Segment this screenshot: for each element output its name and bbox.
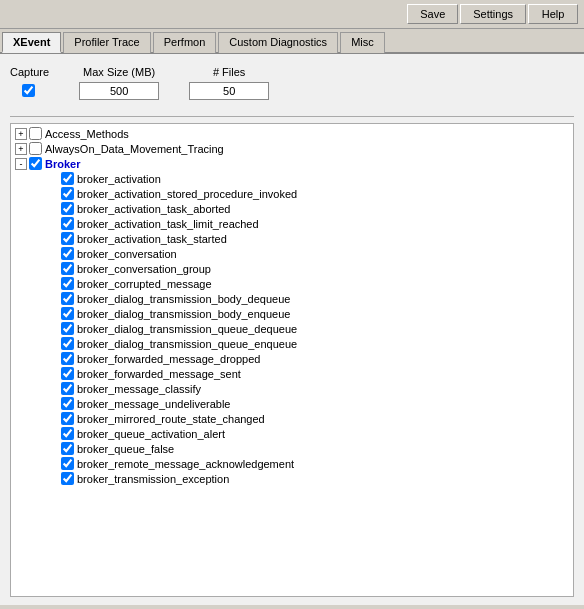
tree-item-broker-conversation-group[interactable]: broker_conversation_group <box>11 261 573 276</box>
tree-item-broker-conversation[interactable]: broker_conversation <box>11 246 573 261</box>
event-tree[interactable]: + Access_Methods + AlwaysOn_Data_Movemen… <box>10 123 574 597</box>
spacer <box>47 218 59 230</box>
spacer <box>47 383 59 395</box>
expand-access-methods[interactable]: + <box>15 128 27 140</box>
checkbox-broker-dialog-body-dequeue[interactable] <box>61 292 74 305</box>
tree-item-broker[interactable]: - Broker <box>11 156 573 171</box>
tree-item-broker-mirrored-route[interactable]: broker_mirrored_route_state_changed <box>11 411 573 426</box>
checkbox-broker[interactable] <box>29 157 42 170</box>
checkbox-broker-forwarded-sent[interactable] <box>61 367 74 380</box>
max-size-input[interactable] <box>79 82 159 100</box>
num-files-input[interactable] <box>189 82 269 100</box>
options-row: Capture Max Size (MB) # Files <box>10 62 574 104</box>
tree-item-broker-dialog-queue-dequeue[interactable]: broker_dialog_transmission_queue_dequeue <box>11 321 573 336</box>
tree-item-access-methods[interactable]: + Access_Methods <box>11 126 573 141</box>
max-size-group: Max Size (MB) <box>79 66 159 100</box>
spacer <box>47 278 59 290</box>
label-broker-activation-task-started: broker_activation_task_started <box>77 233 227 245</box>
checkbox-broker-transmission-exception[interactable] <box>61 472 74 485</box>
tree-item-broker-message-classify[interactable]: broker_message_classify <box>11 381 573 396</box>
tree-item-broker-activation-task-started[interactable]: broker_activation_task_started <box>11 231 573 246</box>
checkbox-broker-conversation-group[interactable] <box>61 262 74 275</box>
label-broker-activation: broker_activation <box>77 173 161 185</box>
label-broker-forwarded-dropped: broker_forwarded_message_dropped <box>77 353 260 365</box>
checkbox-broker-activation-task-started[interactable] <box>61 232 74 245</box>
capture-checkbox[interactable] <box>22 84 35 97</box>
checkbox-broker-corrupted-message[interactable] <box>61 277 74 290</box>
tab-misc[interactable]: Misc <box>340 32 385 53</box>
max-size-label: Max Size (MB) <box>83 66 155 78</box>
checkbox-broker-dialog-queue-dequeue[interactable] <box>61 322 74 335</box>
tree-item-broker-dialog-queue-enqueue[interactable]: broker_dialog_transmission_queue_enqueue <box>11 336 573 351</box>
checkbox-broker-queue-activation[interactable] <box>61 427 74 440</box>
checkbox-broker-mirrored-route[interactable] <box>61 412 74 425</box>
tree-item-alwayson[interactable]: + AlwaysOn_Data_Movement_Tracing <box>11 141 573 156</box>
tab-custom-diagnostics[interactable]: Custom Diagnostics <box>218 32 338 53</box>
settings-button[interactable]: Settings <box>460 4 526 24</box>
checkbox-broker-activation-stored[interactable] <box>61 187 74 200</box>
spacer <box>47 173 59 185</box>
spacer <box>47 368 59 380</box>
checkbox-broker-message-classify[interactable] <box>61 382 74 395</box>
label-broker-message-classify: broker_message_classify <box>77 383 201 395</box>
label-broker-corrupted-message: broker_corrupted_message <box>77 278 212 290</box>
divider <box>10 116 574 117</box>
label-broker-activation-task-aborted: broker_activation_task_aborted <box>77 203 230 215</box>
label-broker-conversation: broker_conversation <box>77 248 177 260</box>
tabs-bar: XEvent Profiler Trace Perfmon Custom Dia… <box>0 29 584 54</box>
toolbar: Save Settings Help <box>0 0 584 29</box>
tree-item-broker-activation-stored[interactable]: broker_activation_stored_procedure_invok… <box>11 186 573 201</box>
tree-item-broker-corrupted-message[interactable]: broker_corrupted_message <box>11 276 573 291</box>
num-files-label: # Files <box>213 66 245 78</box>
tree-item-broker-queue-activation[interactable]: broker_queue_activation_alert <box>11 426 573 441</box>
label-broker-activation-task-limit: broker_activation_task_limit_reached <box>77 218 259 230</box>
spacer <box>47 188 59 200</box>
tree-item-broker-remote-message[interactable]: broker_remote_message_acknowledgement <box>11 456 573 471</box>
checkbox-broker-forwarded-dropped[interactable] <box>61 352 74 365</box>
checkbox-broker-remote-message[interactable] <box>61 457 74 470</box>
tree-item-broker-forwarded-sent[interactable]: broker_forwarded_message_sent <box>11 366 573 381</box>
num-files-group: # Files <box>189 66 269 100</box>
checkbox-broker-message-undeliverable[interactable] <box>61 397 74 410</box>
capture-label: Capture <box>10 66 49 78</box>
label-broker-queue-false: broker_queue_false <box>77 443 174 455</box>
checkbox-broker-activation-task-limit[interactable] <box>61 217 74 230</box>
spacer <box>47 353 59 365</box>
tree-item-broker-dialog-body-enqueue[interactable]: broker_dialog_transmission_body_enqueue <box>11 306 573 321</box>
help-button[interactable]: Help <box>528 4 578 24</box>
label-broker-transmission-exception: broker_transmission_exception <box>77 473 229 485</box>
spacer <box>47 458 59 470</box>
tree-item-broker-activation-task-aborted[interactable]: broker_activation_task_aborted <box>11 201 573 216</box>
checkbox-access-methods[interactable] <box>29 127 42 140</box>
tree-item-broker-forwarded-dropped[interactable]: broker_forwarded_message_dropped <box>11 351 573 366</box>
checkbox-broker-queue-false[interactable] <box>61 442 74 455</box>
tree-item-broker-queue-false[interactable]: broker_queue_false <box>11 441 573 456</box>
expand-alwayson[interactable]: + <box>15 143 27 155</box>
label-broker-remote-message: broker_remote_message_acknowledgement <box>77 458 294 470</box>
tree-item-broker-activation-task-limit[interactable]: broker_activation_task_limit_reached <box>11 216 573 231</box>
checkbox-alwayson[interactable] <box>29 142 42 155</box>
save-button[interactable]: Save <box>407 4 458 24</box>
label-broker-message-undeliverable: broker_message_undeliverable <box>77 398 230 410</box>
checkbox-broker-activation-task-aborted[interactable] <box>61 202 74 215</box>
expand-broker[interactable]: - <box>15 158 27 170</box>
label-broker-queue-activation: broker_queue_activation_alert <box>77 428 225 440</box>
tree-item-broker-message-undeliverable[interactable]: broker_message_undeliverable <box>11 396 573 411</box>
capture-group: Capture <box>10 66 49 97</box>
label-broker-forwarded-sent: broker_forwarded_message_sent <box>77 368 241 380</box>
spacer <box>47 263 59 275</box>
tree-item-broker-activation[interactable]: broker_activation <box>11 171 573 186</box>
spacer <box>47 398 59 410</box>
checkbox-broker-conversation[interactable] <box>61 247 74 260</box>
tab-profiler-trace[interactable]: Profiler Trace <box>63 32 150 53</box>
spacer <box>47 233 59 245</box>
checkbox-broker-activation[interactable] <box>61 172 74 185</box>
checkbox-broker-dialog-body-enqueue[interactable] <box>61 307 74 320</box>
checkbox-broker-dialog-queue-enqueue[interactable] <box>61 337 74 350</box>
tree-item-broker-transmission-exception[interactable]: broker_transmission_exception <box>11 471 573 486</box>
spacer <box>47 473 59 485</box>
label-broker-conversation-group: broker_conversation_group <box>77 263 211 275</box>
tab-perfmon[interactable]: Perfmon <box>153 32 217 53</box>
tree-item-broker-dialog-body-dequeue[interactable]: broker_dialog_transmission_body_dequeue <box>11 291 573 306</box>
tab-xevent[interactable]: XEvent <box>2 32 61 53</box>
